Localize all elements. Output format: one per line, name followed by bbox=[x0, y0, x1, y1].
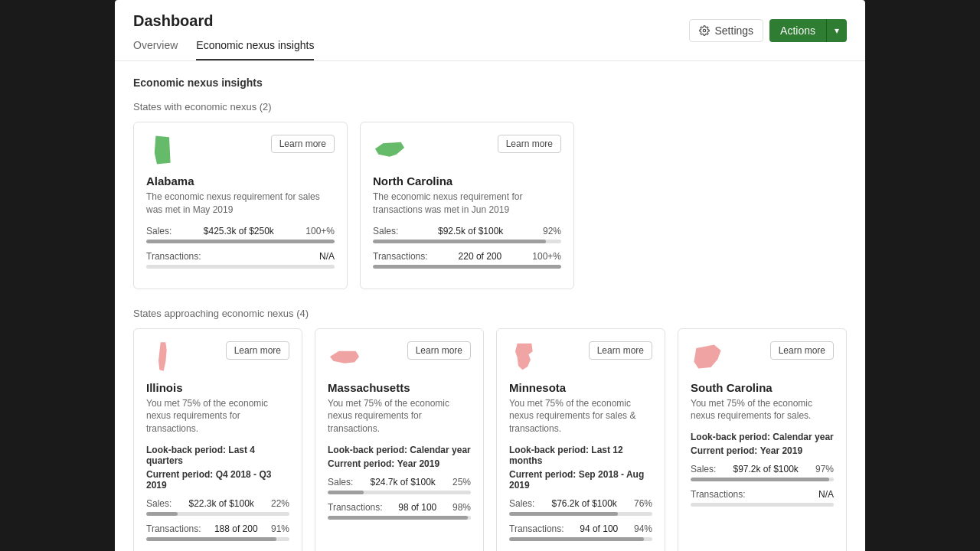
settings-label: Settings bbox=[714, 24, 753, 37]
ma-state-name: Massachusetts bbox=[328, 381, 471, 394]
nc-learn-more-button[interactable]: Learn more bbox=[498, 135, 561, 153]
approaching-subtitle: States approaching economic nexus (4) bbox=[133, 308, 847, 319]
ma-trans-progress-fill bbox=[328, 516, 468, 520]
il-sales-row: Sales: $22.3k of $100k 22% bbox=[146, 498, 289, 509]
nc-sales-progress-bg bbox=[373, 240, 561, 243]
svg-marker-4 bbox=[330, 350, 359, 363]
ma-trans-progress-bg bbox=[328, 516, 471, 520]
sc-state-name: South Carolina bbox=[691, 381, 834, 394]
sc-sales-progress-bg bbox=[691, 478, 834, 481]
actions-caret-button[interactable]: ▾ bbox=[826, 19, 847, 42]
sc-learn-more-button[interactable]: Learn more bbox=[770, 341, 834, 360]
mn-trans-progress-bg bbox=[509, 537, 652, 541]
ma-learn-more-button[interactable]: Learn more bbox=[407, 341, 471, 360]
ma-card-header: Learn more bbox=[328, 341, 471, 372]
ma-desc: You met 75% of the economic nexus requir… bbox=[328, 397, 471, 435]
il-trans-pct: 91% bbox=[271, 523, 289, 534]
svg-marker-2 bbox=[375, 142, 404, 157]
ma-sales-label: Sales: bbox=[328, 477, 353, 487]
nc-trans-progress-bg bbox=[373, 265, 561, 269]
ma-trans-row: Transactions: 98 of 100 98% bbox=[328, 502, 471, 513]
header: Dashboard Overview Economic nexus insigh… bbox=[115, 0, 865, 61]
alabama-card: Learn more Alabama The economic nexus re… bbox=[133, 122, 348, 289]
svg-marker-6 bbox=[694, 344, 720, 368]
il-sales-label: Sales: bbox=[146, 498, 172, 509]
alabama-sales-pct: 100+% bbox=[305, 226, 335, 236]
massachusetts-card: Learn more Massachusetts You met 75% of … bbox=[315, 328, 484, 551]
sc-sales-pct: 97% bbox=[815, 464, 834, 474]
north-carolina-card: Learn more North Carolina The economic n… bbox=[360, 122, 574, 289]
il-current-period: Current period: Q4 2018 - Q3 2019 bbox=[146, 469, 289, 491]
il-state-icon bbox=[146, 341, 180, 372]
ma-trans-pct: 98% bbox=[452, 502, 471, 513]
nc-desc: The economic nexus requirement for trans… bbox=[373, 191, 561, 217]
alabama-learn-more-button[interactable]: Learn more bbox=[271, 135, 335, 153]
mn-learn-more-button[interactable]: Learn more bbox=[589, 341, 652, 360]
nc-sales-progress-fill bbox=[373, 240, 546, 243]
nc-sales-pct: 92% bbox=[543, 226, 561, 236]
il-trans-row: Transactions: 188 of 200 91% bbox=[146, 523, 289, 534]
nc-trans-progress-fill bbox=[373, 265, 561, 269]
sc-current-period: Current period: Year 2019 bbox=[691, 445, 834, 456]
nc-trans-row: Transactions: 220 of 200 100+% bbox=[373, 251, 561, 262]
app-container: Dashboard Overview Economic nexus insigh… bbox=[115, 0, 865, 551]
header-left: Dashboard Overview Economic nexus insigh… bbox=[133, 12, 314, 60]
header-right: Settings Actions ▾ bbox=[689, 19, 847, 54]
nc-trans-pct: 100+% bbox=[532, 251, 561, 262]
nc-state-icon bbox=[373, 135, 407, 165]
sc-sales-row: Sales: $97.2k of $100k 97% bbox=[691, 464, 834, 474]
mn-current-period: Current period: Sep 2018 - Aug 2019 bbox=[509, 469, 652, 491]
actions-button[interactable]: Actions bbox=[769, 19, 826, 42]
alabama-state-icon bbox=[146, 135, 180, 165]
il-learn-more-button[interactable]: Learn more bbox=[226, 341, 289, 360]
svg-marker-5 bbox=[515, 343, 533, 370]
settings-button[interactable]: Settings bbox=[689, 19, 763, 42]
gear-icon bbox=[699, 25, 710, 36]
il-trans-progress-fill bbox=[146, 537, 276, 541]
il-trans-label: Transactions: bbox=[146, 523, 201, 534]
il-state-name: Illinois bbox=[146, 381, 289, 394]
mn-trans-progress-fill bbox=[509, 537, 644, 541]
alabama-sales-label: Sales: bbox=[146, 226, 172, 236]
south-carolina-card: Learn more South Carolina You met 75% of… bbox=[678, 328, 847, 551]
mn-state-icon bbox=[509, 341, 543, 372]
nc-card-header: Learn more bbox=[373, 135, 561, 165]
mn-sales-progress-fill bbox=[509, 512, 618, 516]
alabama-sales-row: Sales: $425.3k of $250k 100+% bbox=[146, 226, 335, 236]
minnesota-card: Learn more Minnesota You met 75% of the … bbox=[496, 328, 665, 551]
alabama-desc: The economic nexus requirement for sales… bbox=[146, 191, 335, 217]
ma-trans-value: 98 of 100 bbox=[398, 502, 436, 513]
ma-sales-pct: 25% bbox=[452, 477, 471, 487]
il-card-header: Learn more bbox=[146, 341, 289, 372]
sc-lookback: Look-back period: Calendar year bbox=[691, 432, 834, 442]
mn-sales-value: $76.2k of $100k bbox=[551, 498, 616, 509]
il-trans-progress-bg bbox=[146, 537, 289, 541]
svg-point-0 bbox=[704, 29, 707, 32]
illinois-card: Learn more Illinois You met 75% of the e… bbox=[133, 328, 302, 551]
alabama-trans-value: N/A bbox=[319, 251, 335, 262]
sc-card-header: Learn more bbox=[691, 341, 834, 372]
svg-marker-1 bbox=[155, 136, 171, 165]
actions-btn-group: Actions ▾ bbox=[769, 19, 847, 42]
sc-trans-label: Transactions: bbox=[691, 489, 746, 500]
sc-desc: You met 75% of the economic nexus requir… bbox=[691, 397, 834, 423]
mn-trans-row: Transactions: 94 of 100 94% bbox=[509, 523, 652, 534]
economic-nexus-insights-title: Economic nexus insights bbox=[133, 77, 847, 89]
sc-trans-progress-bg bbox=[691, 503, 834, 507]
mn-lookback: Look-back period: Last 12 months bbox=[509, 445, 652, 466]
il-sales-pct: 22% bbox=[271, 498, 289, 509]
mn-state-name: Minnesota bbox=[509, 381, 652, 394]
tab-overview[interactable]: Overview bbox=[133, 39, 178, 60]
svg-marker-3 bbox=[158, 342, 167, 370]
nexus-cards-row: Learn more Alabama The economic nexus re… bbox=[133, 122, 847, 289]
il-desc: You met 75% of the economic nexus requir… bbox=[146, 397, 289, 435]
mn-trans-value: 94 of 100 bbox=[580, 523, 618, 534]
tab-economic-nexus-insights[interactable]: Economic nexus insights bbox=[196, 39, 314, 60]
page-title: Dashboard bbox=[133, 12, 314, 30]
content: Economic nexus insights States with econ… bbox=[115, 61, 865, 551]
approaching-cards-row: Learn more Illinois You met 75% of the e… bbox=[133, 328, 847, 551]
il-lookback: Look-back period: Last 4 quarters bbox=[146, 445, 289, 466]
tabs: Overview Economic nexus insights bbox=[133, 39, 314, 60]
ma-lookback: Look-back period: Calendar year bbox=[328, 445, 471, 455]
ma-trans-label: Transactions: bbox=[328, 502, 383, 513]
